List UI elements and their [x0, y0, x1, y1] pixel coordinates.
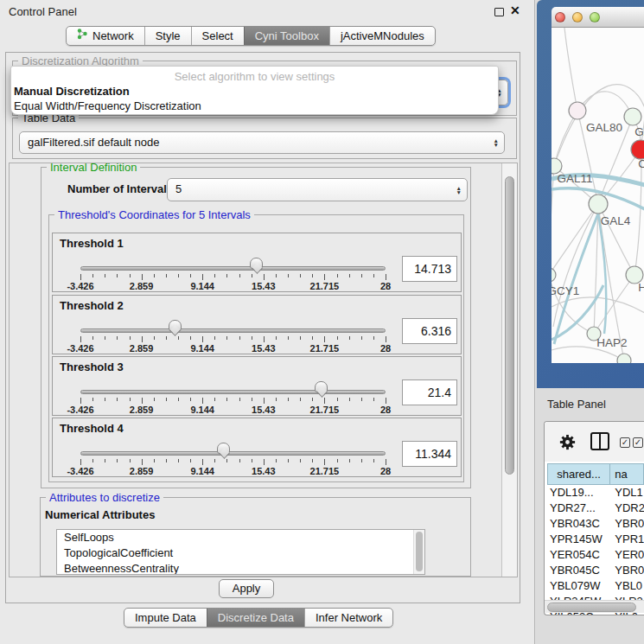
slider-track[interactable]	[80, 390, 386, 394]
float-window-icon[interactable]	[494, 8, 504, 16]
tab-cyni-toolbox[interactable]: Cyni Toolbox	[244, 27, 329, 45]
threshold-slider[interactable]: -3.4262.8599.14415.4321.71528	[53, 233, 399, 293]
table-row[interactable]: YDR27...YDR2	[547, 501, 644, 516]
mac-minimize-button[interactable]	[572, 12, 583, 22]
table-row[interactable]: YBR043CYBR0	[547, 516, 644, 532]
slider-tick	[349, 459, 350, 462]
tab-jactivemnodules[interactable]: jActiveMNodules	[329, 27, 435, 45]
slider-thumb[interactable]	[169, 320, 182, 331]
attributes-group: Attributes to discretize Numerical Attri…	[40, 497, 471, 577]
table-cell-name[interactable]: YER0	[610, 547, 644, 563]
attribute-item-betweennesscentrality[interactable]: BetweennessCentrality	[57, 561, 424, 575]
table-cell-shared-name[interactable]: YDR27...	[547, 501, 610, 516]
slider-tick	[105, 274, 105, 277]
thresholds-group-title: Threshold's Coordinates for 5 Intervals	[54, 208, 254, 221]
slider-tick	[190, 459, 191, 462]
tab-network[interactable]: Network	[67, 27, 144, 45]
table-header-row: shared... na	[547, 463, 644, 485]
table-body: YDL19...YDL1YDR27...YDR2YBR043CYBR0YPR14…	[547, 485, 644, 615]
network-node[interactable]	[624, 108, 641, 125]
network-node-label: GAL80	[586, 121, 622, 134]
table-cell-name[interactable]: YBR0	[610, 563, 644, 578]
numerical-attributes-label: Numerical Attributes	[45, 508, 155, 521]
number-of-intervals-combobox[interactable]: 5 ▲▼	[167, 178, 468, 201]
network-canvas[interactable]: GAL80GACGAL11GAL4GCY1HHAP2	[552, 28, 644, 363]
network-node[interactable]	[552, 268, 556, 282]
mac-zoom-button[interactable]	[590, 12, 600, 22]
mac-close-button[interactable]	[555, 12, 565, 22]
main-scrollbar[interactable]	[501, 163, 518, 577]
network-graph: GAL80GACGAL11GAL4GCY1HHAP2	[552, 28, 644, 363]
tab-discretize-data[interactable]: Discretize Data	[207, 609, 304, 627]
network-node[interactable]	[569, 102, 586, 119]
table-data-combobox[interactable]: galFiltered.sif default node ▲▼	[19, 131, 505, 154]
column-header-name[interactable]: na	[610, 463, 644, 485]
gear-icon[interactable]	[558, 433, 577, 454]
threshold-value-field[interactable]: 6.316	[402, 318, 457, 344]
table-cell-name[interactable]: YBL0	[610, 578, 644, 594]
slider-thumb[interactable]	[250, 258, 263, 269]
slider-tick	[226, 336, 227, 340]
network-node[interactable]	[631, 140, 644, 159]
slider-tick	[276, 398, 277, 401]
table-cell-name[interactable]: YPR1	[610, 532, 644, 547]
table-row[interactable]: YBL079WYBL0	[547, 578, 644, 594]
table-hscroll-thumb[interactable]	[547, 603, 636, 612]
threshold-slider[interactable]: -3.4262.8599.14415.4321.71528	[53, 296, 399, 355]
table-cell-shared-name[interactable]: YBL079W	[547, 578, 610, 594]
slider-tick-label: -3.426	[67, 405, 93, 415]
threshold-value-field[interactable]: 14.713	[402, 256, 457, 282]
list-scrollbar[interactable]	[413, 530, 424, 574]
slider-tick	[300, 459, 301, 462]
close-icon[interactable]: ✕	[510, 3, 520, 17]
table-cell-name[interactable]: YDR2	[610, 501, 644, 516]
list-scrollbar-thumb[interactable]	[416, 532, 423, 571]
slider-tick	[324, 459, 325, 465]
slider-track[interactable]	[80, 328, 386, 333]
slider-thumb[interactable]	[217, 443, 230, 454]
main-scrollbar-thumb[interactable]	[505, 176, 514, 475]
network-node[interactable]	[589, 194, 608, 214]
checkbox-icon[interactable]: ✓	[620, 437, 630, 448]
table-row[interactable]: YER054CYER0	[547, 547, 644, 563]
table-cell-shared-name[interactable]: YPR145W	[547, 532, 610, 547]
tab-select[interactable]: Select	[191, 27, 244, 45]
split-pane-icon[interactable]	[590, 432, 609, 450]
apply-button[interactable]: Apply	[219, 579, 274, 598]
table-cell-shared-name[interactable]: YDL19...	[547, 485, 610, 501]
slider-tick	[264, 274, 265, 280]
slider-track[interactable]	[80, 451, 386, 456]
attribute-item-topologicalcoefficient[interactable]: TopologicalCoefficient	[57, 545, 424, 561]
dropdown-option-manual-discretization[interactable]: Manual Discretization	[14, 85, 130, 98]
threshold-slider[interactable]: -3.4262.8599.14415.4321.71528	[53, 357, 399, 417]
table-cell-shared-name[interactable]: YBR045C	[547, 563, 610, 578]
slider-tick-label: 15.43	[252, 343, 276, 354]
table-cell-shared-name[interactable]: YER054C	[547, 547, 610, 563]
table-row[interactable]: YPR145WYPR1	[547, 532, 644, 547]
dropdown-option-equal-width-frequency[interactable]: Equal Width/Frequency Discretization	[14, 99, 201, 112]
table-horizontal-scrollbar[interactable]	[545, 600, 644, 613]
threshold-value-field[interactable]: 11.344	[402, 441, 457, 467]
column-header-shared-name[interactable]: shared...	[547, 463, 610, 485]
threshold-value-field[interactable]: 21.4	[402, 379, 457, 405]
tab-impute-data[interactable]: Impute Data	[124, 609, 207, 627]
attribute-item-selfloops[interactable]: SelfLoops	[57, 530, 424, 545]
network-node[interactable]	[617, 354, 631, 363]
table-row[interactable]: YBR045CYBR0	[547, 563, 644, 578]
table-row[interactable]: YDL19...YDL1	[547, 485, 644, 501]
table-cell-name[interactable]: YBR0	[610, 516, 644, 532]
checkbox-icon[interactable]: ✓	[633, 437, 643, 448]
slider-track[interactable]	[80, 266, 386, 271]
network-window-titlebar	[552, 7, 644, 28]
slider-tick	[312, 274, 313, 277]
threshold-slider[interactable]: -3.4262.8599.14415.4321.71528	[53, 418, 399, 478]
numerical-attributes-list[interactable]: SelfLoopsTopologicalCoefficientBetweenne…	[56, 529, 425, 575]
control-panel-titlebar: Control Panel ✕	[0, 0, 534, 22]
table-cell-name[interactable]: YDL1	[610, 485, 644, 501]
slider-thumb[interactable]	[315, 381, 328, 392]
table-cell-shared-name[interactable]: YBR043C	[547, 516, 610, 532]
slider-tick-label: 2.859	[130, 466, 154, 476]
tab-style[interactable]: Style	[144, 27, 191, 45]
slider-tick	[142, 459, 143, 465]
tab-infer-network[interactable]: Infer Network	[304, 609, 392, 627]
